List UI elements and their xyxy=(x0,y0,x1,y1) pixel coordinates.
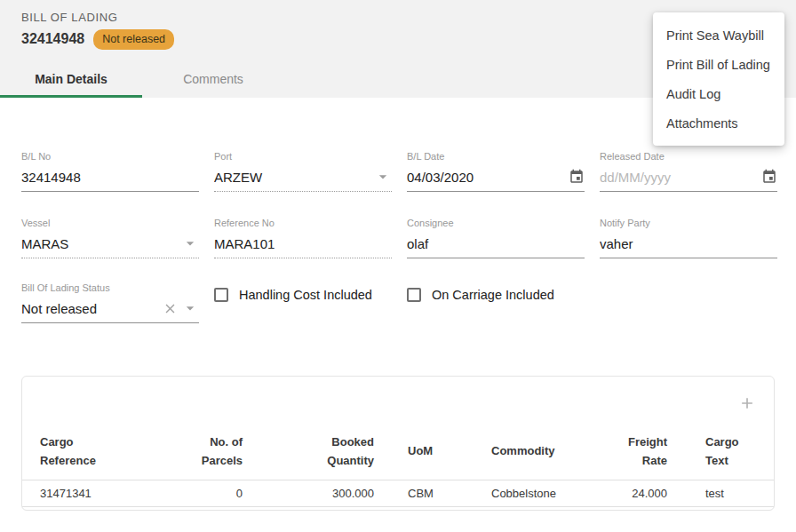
notify-party-label: Notify Party xyxy=(600,218,777,228)
menu-item-attachments[interactable]: Attachments xyxy=(653,108,784,138)
status-badge: Not released xyxy=(93,29,174,50)
bl-no-field: B/L No 32414948 xyxy=(21,151,199,192)
released-date-placeholder: dd/MM/yyyy xyxy=(600,170,761,185)
cell-commodity: Cobbelstone xyxy=(485,480,623,506)
port-field: Port ARZEW xyxy=(214,151,392,192)
cell-freight-rate: 24.000 xyxy=(623,480,703,506)
port-select[interactable]: ARZEW xyxy=(214,167,392,192)
on-carriage-checkbox[interactable] xyxy=(407,288,421,302)
cell-no-of-parcels: 0 xyxy=(161,480,250,506)
vessel-label: Vessel xyxy=(21,218,199,228)
bl-date-label: B/L Date xyxy=(407,151,585,162)
calendar-icon[interactable] xyxy=(569,169,585,185)
col-booked-quantity: Booked Quantity xyxy=(250,425,381,480)
tab-comments[interactable]: Comments xyxy=(142,62,284,98)
on-carriage-label: On Carriage Included xyxy=(432,288,554,302)
handling-cost-checkbox[interactable] xyxy=(214,288,228,302)
vessel-select[interactable]: MARAS xyxy=(21,234,199,258)
consignee-label: Consignee xyxy=(407,218,585,228)
released-date-input[interactable]: dd/MM/yyyy xyxy=(600,167,777,192)
bl-date-input[interactable]: 04/03/2020 xyxy=(407,167,585,192)
cargo-lines-card: Cargo Reference No. of Parcels Booked Qu… xyxy=(21,376,775,511)
cargo-table-header-row: Cargo Reference No. of Parcels Booked Qu… xyxy=(22,425,774,480)
bl-status-field: Bill Of Lading Status Not released xyxy=(21,282,199,323)
notify-party-field: Notify Party vaher xyxy=(600,218,777,258)
cargo-table-row[interactable]: 31471341 0 300.000 CBM Cobbelstone 24.00… xyxy=(22,480,774,506)
consignee-field: Consignee olaf xyxy=(407,218,585,258)
notify-party-input[interactable]: vaher xyxy=(600,234,777,258)
col-cargo-text: Cargo Text xyxy=(703,425,774,480)
bill-of-lading-page: BILL OF LADING 32414948 Not released Mai… xyxy=(0,0,796,532)
bl-status-label: Bill Of Lading Status xyxy=(21,282,199,293)
handling-cost-included-option: Handling Cost Included xyxy=(214,288,392,302)
cell-cargo-text: test xyxy=(703,480,774,506)
on-carriage-included-option: On Carriage Included xyxy=(407,288,585,302)
reference-no-field: Reference No MARA101 xyxy=(214,218,392,258)
col-uom: UoM xyxy=(381,425,485,480)
add-cargo-button[interactable] xyxy=(736,393,758,414)
consignee-input[interactable]: olaf xyxy=(407,234,585,258)
menu-item-audit-log[interactable]: Audit Log xyxy=(653,79,784,108)
reference-no-label: Reference No xyxy=(214,218,392,228)
bl-no-label: B/L No xyxy=(21,151,199,162)
cell-uom: CBM xyxy=(381,480,485,506)
cell-booked-quantity: 300.000 xyxy=(250,480,381,506)
col-no-of-parcels: No. of Parcels xyxy=(161,425,250,480)
cell-cargo-reference: 31471341 xyxy=(22,480,161,506)
port-label: Port xyxy=(214,151,392,162)
bl-date-field: B/L Date 04/03/2020 xyxy=(407,151,585,192)
released-date-field: Released Date dd/MM/yyyy xyxy=(600,151,777,192)
bl-no-input[interactable]: 32414948 xyxy=(21,167,199,192)
menu-item-print-bill-of-lading[interactable]: Print Bill of Lading xyxy=(653,50,784,79)
tab-main-details[interactable]: Main Details xyxy=(0,62,142,98)
col-freight-rate: Freight Rate xyxy=(623,425,703,480)
chevron-down-icon[interactable] xyxy=(181,299,199,317)
page-title: BILL OF LADING xyxy=(21,11,117,24)
chevron-down-icon[interactable] xyxy=(374,168,392,186)
cargo-table: Cargo Reference No. of Parcels Booked Qu… xyxy=(22,425,774,507)
vessel-field: Vessel MARAS xyxy=(21,218,199,258)
menu-item-print-sea-waybill[interactable]: Print Sea Waybill xyxy=(653,20,784,50)
clear-icon[interactable] xyxy=(163,301,178,316)
col-cargo-reference: Cargo Reference xyxy=(22,425,161,480)
chevron-down-icon[interactable] xyxy=(181,234,199,252)
released-date-label: Released Date xyxy=(600,151,777,162)
col-commodity: Commodity xyxy=(485,425,623,480)
handling-cost-label: Handling Cost Included xyxy=(239,288,372,302)
tab-bar: Main Details Comments xyxy=(0,62,284,98)
calendar-icon[interactable] xyxy=(761,169,777,185)
bill-of-lading-number: 32414948 xyxy=(21,31,84,47)
actions-dropdown-menu: Print Sea Waybill Print Bill of Lading A… xyxy=(653,12,784,146)
bl-status-select[interactable]: Not released xyxy=(21,298,199,323)
reference-no-input[interactable]: MARA101 xyxy=(214,234,392,258)
